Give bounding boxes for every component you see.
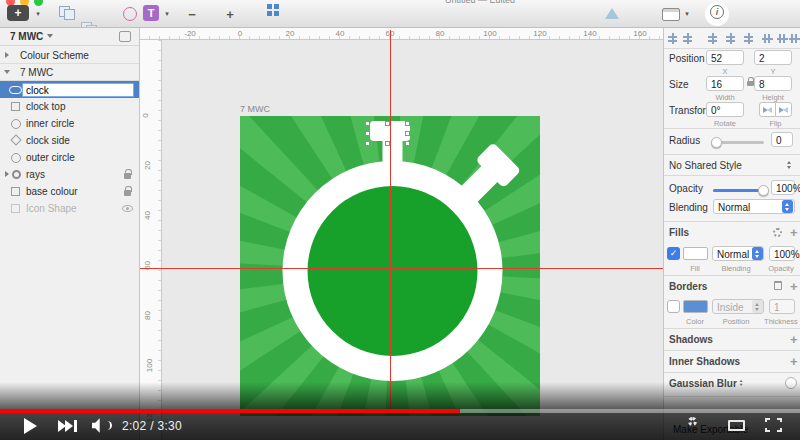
fills-gear-icon[interactable]	[773, 228, 782, 237]
add-fill-button[interactable]: +	[790, 225, 798, 240]
theater-mode-button[interactable]	[728, 420, 745, 431]
vertical-ruler[interactable]: 020406080100120	[140, 40, 162, 440]
opacity-slider-knob[interactable]	[758, 185, 769, 196]
add-border-button[interactable]: +	[790, 279, 798, 294]
fill-color-swatch[interactable]	[683, 247, 708, 260]
shared-style-dropdown[interactable]: No Shared Style	[669, 160, 742, 171]
border-thickness-field[interactable]: 1	[769, 299, 795, 314]
selection-handle[interactable]	[405, 131, 410, 136]
blending-stepper-icon[interactable]	[782, 200, 793, 213]
border-position-sublabel: Position	[717, 317, 755, 326]
layer-label: rays	[26, 169, 45, 180]
cloud-upload-button[interactable]	[605, 5, 619, 23]
canvas-view-button[interactable]	[662, 5, 680, 23]
horizontal-ruler[interactable]: -20020406080100120140160	[140, 28, 663, 40]
add-inner-shadow-button[interactable]: +	[790, 354, 798, 369]
disclosure-down-icon[interactable]	[4, 70, 10, 74]
volume-button[interactable]	[92, 418, 112, 433]
settings-gear-icon[interactable]	[688, 417, 697, 426]
opacity-field[interactable]: 100%	[771, 180, 795, 195]
canvas[interactable]: 7 MWC -20020406080100120140160 020406080…	[140, 28, 663, 440]
border-color-swatch[interactable]	[683, 300, 708, 313]
shared-style-stepper-icon[interactable]	[784, 158, 795, 171]
text-tool-button[interactable]: T	[143, 5, 159, 21]
disclosure-right-icon[interactable]	[5, 171, 9, 177]
insert-caret-icon[interactable]: ▾	[31, 5, 45, 23]
distribute-horizontally-icon[interactable]	[666, 32, 679, 45]
border-position-stepper-icon[interactable]	[752, 300, 763, 313]
selection-handle[interactable]	[365, 141, 370, 146]
fullscreen-button[interactable]	[765, 418, 782, 432]
delete-border-icon[interactable]	[774, 281, 782, 290]
selection-handle[interactable]	[385, 141, 390, 146]
next-video-button[interactable]	[58, 419, 80, 433]
inspector-info-button[interactable]: i	[710, 5, 724, 19]
rotate-field[interactable]: 0°	[706, 102, 744, 117]
group-button[interactable]	[59, 5, 75, 21]
align-center-horizontal-icon[interactable]	[724, 32, 737, 45]
sketch-app-window: Untitled — Edited +▾T▾−+▾i 7 MWC Colour …	[0, 0, 800, 440]
layer-row-colour-scheme[interactable]: Colour Scheme	[0, 47, 139, 64]
add-shadow-button[interactable]: +	[790, 332, 798, 347]
fill-opacity-field[interactable]: 100%	[769, 246, 795, 261]
disclosure-right-icon[interactable]	[5, 52, 9, 58]
position-y-field[interactable]: 2	[754, 50, 792, 65]
selection-handle[interactable]	[405, 141, 410, 146]
size-lock-icon[interactable]	[747, 81, 754, 86]
eye-visibility-icon[interactable]	[122, 205, 133, 212]
fill-checkbox[interactable]: ✓	[667, 247, 680, 260]
ruler-label: 120	[533, 29, 546, 38]
layer-row-clock-side[interactable]: clock side	[0, 132, 139, 149]
shadows-section-title: Shadows	[669, 334, 713, 345]
position-x-field[interactable]: 52	[706, 50, 744, 65]
layer-row-rays[interactable]: rays	[0, 166, 139, 183]
zoom-in-button[interactable]: +	[223, 5, 237, 23]
radius-field[interactable]: 0	[771, 132, 793, 147]
play-button[interactable]	[24, 418, 37, 434]
page-list-toggle-icon[interactable]	[119, 31, 131, 42]
align-left-icon[interactable]	[706, 32, 719, 45]
fills-section-title: Fills	[669, 227, 689, 238]
ruler-label: 100	[145, 359, 154, 372]
layer-row-icon-shape[interactable]: Icon Shape	[0, 200, 139, 217]
chevron-down-icon	[47, 34, 53, 38]
height-sublabel: Height	[754, 93, 792, 102]
size-height-field[interactable]: 8	[754, 76, 792, 91]
oval-tool-button[interactable]	[123, 5, 137, 23]
flip-vertical-button[interactable]	[775, 102, 792, 117]
selection-handle[interactable]	[365, 131, 370, 136]
layer-row-clock-top[interactable]: clock top	[0, 98, 139, 115]
layer-row-base-colour[interactable]: base colour	[0, 183, 139, 200]
position-label: Position	[669, 53, 705, 64]
lock-icon[interactable]	[124, 190, 131, 196]
layer-row-7-mwc[interactable]: 7 MWC	[0, 64, 139, 81]
layer-row-clock[interactable]: clock	[0, 81, 139, 98]
fill-blending-stepper-icon[interactable]	[752, 247, 763, 260]
align-right-icon[interactable]	[742, 32, 755, 45]
selection-handle[interactable]	[365, 121, 370, 126]
align-top-icon[interactable]	[761, 32, 774, 45]
layer-rename-input[interactable]: clock	[22, 83, 134, 97]
lock-icon[interactable]	[124, 173, 131, 179]
video-progress-track[interactable]	[0, 409, 800, 413]
inner-circle-layer[interactable]	[308, 186, 478, 356]
selection-handle[interactable]	[385, 121, 390, 126]
size-width-field[interactable]: 16	[706, 76, 744, 91]
zoom-out-button[interactable]: −	[185, 5, 199, 23]
border-checkbox[interactable]	[667, 300, 680, 313]
flip-horizontal-button[interactable]	[759, 102, 776, 117]
distribute-vertically-icon[interactable]	[681, 32, 694, 45]
radius-slider-knob[interactable]	[711, 137, 722, 148]
selection-handle[interactable]	[405, 121, 410, 126]
text-tool-caret-icon[interactable]: ▾	[160, 5, 174, 23]
insert-button[interactable]: +	[7, 5, 29, 21]
ungroup-button[interactable]	[81, 21, 97, 28]
grid-view-button[interactable]	[265, 5, 279, 19]
canvas-view-caret-icon[interactable]: ▾	[680, 5, 694, 23]
align-bottom-icon[interactable]	[788, 32, 800, 45]
layer-label: clock top	[26, 101, 65, 112]
artboard-label[interactable]: 7 MWC	[240, 104, 270, 114]
layer-row-outer-circle[interactable]: outer circle	[0, 149, 139, 166]
layer-row-inner-circle[interactable]: inner circle	[0, 115, 139, 132]
page-selector[interactable]: 7 MWC	[0, 28, 139, 46]
